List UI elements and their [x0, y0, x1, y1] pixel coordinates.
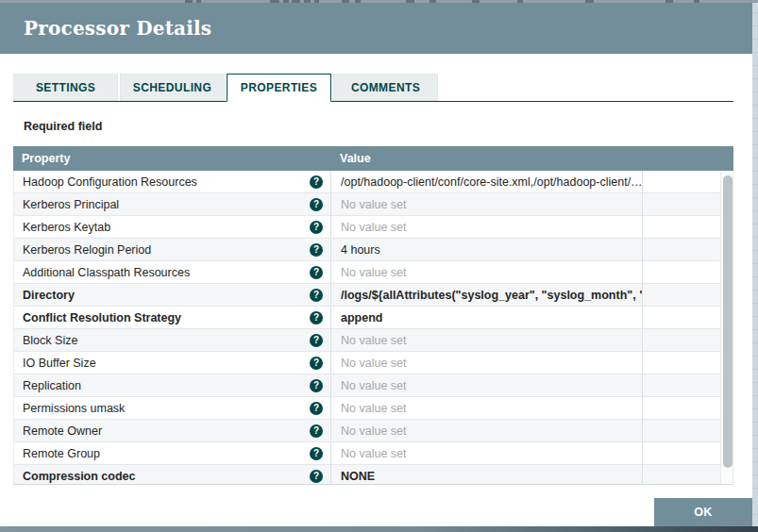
column-header-value: Value — [330, 152, 642, 165]
table-row[interactable]: Replication? No value set — [13, 374, 733, 397]
property-value: append — [331, 307, 643, 328]
properties-table: Property Value Hadoop Configuration Reso… — [13, 146, 733, 485]
table-row[interactable]: Kerberos Principal? No value set — [13, 193, 733, 216]
property-value: 4 hours — [331, 239, 643, 260]
property-name: Remote Group — [23, 447, 100, 460]
row-filler — [643, 307, 733, 328]
property-name: Additional Classpath Resources — [23, 266, 190, 279]
row-filler — [643, 442, 733, 464]
table-scrollbar[interactable] — [720, 172, 733, 484]
help-icon[interactable]: ? — [310, 289, 323, 302]
ok-button[interactable]: OK — [654, 498, 752, 526]
property-name: Kerberos Principal — [23, 198, 119, 211]
property-value: No value set — [331, 193, 643, 215]
tab-comments[interactable]: COMMENTS — [333, 74, 438, 101]
property-value: No value set — [331, 329, 643, 351]
processor-details-dialog: Processor Details SETTINGS SCHEDULING PR… — [0, 3, 752, 526]
tab-bar: SETTINGS SCHEDULING PROPERTIES COMMENTS — [13, 74, 733, 102]
help-icon[interactable]: ? — [310, 221, 323, 234]
row-filler — [643, 352, 733, 374]
property-value: No value set — [331, 352, 643, 374]
help-icon[interactable]: ? — [310, 266, 323, 279]
table-row[interactable]: Compression codec? NONE — [13, 465, 733, 485]
tab-scheduling[interactable]: SCHEDULING — [120, 74, 225, 101]
help-icon[interactable]: ? — [310, 311, 323, 324]
table-row[interactable]: Hadoop Configuration Resources? /opt/had… — [13, 171, 733, 193]
required-field-label: Required field — [24, 120, 752, 133]
dialog-title: Processor Details — [24, 17, 211, 40]
property-value: /logs/${allAttributes("syslog_year", "sy… — [331, 284, 643, 306]
help-icon[interactable]: ? — [310, 198, 323, 211]
property-name: Compression codec — [23, 470, 135, 483]
property-name: Kerberos Keytab — [23, 221, 110, 234]
help-icon[interactable]: ? — [310, 470, 323, 483]
property-name: Remote Owner — [23, 424, 102, 438]
table-header-row: Property Value — [13, 146, 733, 171]
property-name: Hadoop Configuration Resources — [23, 175, 197, 189]
property-name: Kerberos Relogin Period — [23, 243, 151, 257]
property-value: No value set — [331, 261, 643, 283]
row-filler — [643, 284, 733, 306]
help-icon[interactable]: ? — [310, 175, 323, 189]
property-value: No value set — [331, 442, 643, 464]
dialog-bottom-edge — [0, 526, 758, 532]
row-filler — [643, 329, 733, 351]
property-name: Replication — [23, 379, 81, 392]
table-row[interactable]: Remote Owner? No value set — [13, 420, 733, 442]
table-row[interactable]: Additional Classpath Resources? No value… — [13, 261, 733, 284]
table-row[interactable]: Kerberos Relogin Period? 4 hours — [13, 239, 733, 261]
property-name: Block Size — [23, 334, 77, 347]
property-value: /opt/hadoop-client/conf/core-site.xml,/o… — [331, 171, 643, 192]
row-filler — [643, 261, 733, 283]
row-filler — [643, 171, 733, 192]
row-filler — [643, 193, 733, 215]
help-icon[interactable]: ? — [310, 334, 323, 347]
table-row[interactable]: Directory? /logs/${allAttributes("syslog… — [13, 284, 733, 307]
property-value: No value set — [331, 216, 643, 238]
property-name: Conflict Resolution Strategy — [23, 311, 181, 324]
property-value: No value set — [331, 420, 643, 441]
help-icon[interactable]: ? — [310, 379, 323, 392]
row-filler — [643, 374, 733, 396]
table-row[interactable]: Block Size? No value set — [13, 329, 733, 352]
property-value: NONE — [331, 465, 643, 485]
property-value: No value set — [331, 374, 643, 396]
help-icon[interactable]: ? — [310, 243, 323, 257]
table-row[interactable]: Kerberos Keytab? No value set — [13, 216, 733, 239]
property-name: IO Buffer Size — [23, 357, 96, 370]
table-row[interactable]: IO Buffer Size? No value set — [13, 352, 733, 374]
table-row[interactable]: Remote Group? No value set — [13, 442, 733, 465]
table-row[interactable]: Permissions umask? No value set — [13, 397, 733, 420]
row-filler — [643, 397, 733, 419]
help-icon[interactable]: ? — [310, 447, 323, 460]
help-icon[interactable]: ? — [310, 424, 323, 438]
row-filler — [643, 420, 733, 441]
row-filler — [643, 465, 733, 485]
help-icon[interactable]: ? — [310, 357, 323, 370]
scrollbar-thumb[interactable] — [723, 175, 733, 468]
property-name: Permissions umask — [23, 402, 125, 415]
row-filler — [643, 239, 733, 260]
row-filler — [643, 216, 733, 238]
tab-properties[interactable]: PROPERTIES — [227, 74, 331, 102]
table-row[interactable]: Conflict Resolution Strategy? append — [13, 307, 733, 329]
property-value: No value set — [331, 397, 643, 419]
column-header-property: Property — [13, 152, 330, 165]
property-name: Directory — [23, 289, 75, 302]
dialog-header: Processor Details — [0, 3, 752, 54]
help-icon[interactable]: ? — [310, 402, 323, 415]
tab-settings[interactable]: SETTINGS — [13, 74, 118, 101]
